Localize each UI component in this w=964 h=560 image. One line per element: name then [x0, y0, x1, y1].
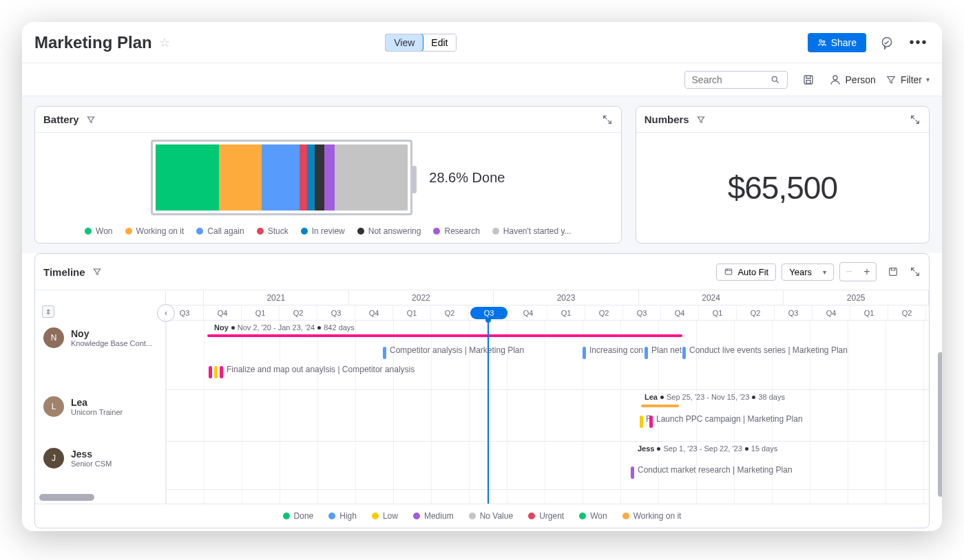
- zoom-in-button[interactable]: +: [858, 263, 876, 281]
- swatch-icon: [528, 513, 535, 519]
- timeline-tick[interactable]: [631, 466, 634, 479]
- battery-segment: [315, 144, 325, 211]
- legend-label: High: [339, 511, 357, 521]
- filter-icon[interactable]: [92, 267, 102, 277]
- timeline-left: ⇕ ‹ NNoyKnowledge Base Cont...LLeaUnicor…: [35, 290, 166, 504]
- legend-item: Haven't started y...: [492, 226, 572, 236]
- quarter-label: Q3: [775, 305, 813, 320]
- quarter-label: Q1: [393, 305, 431, 320]
- timeline-bar[interactable]: [641, 405, 679, 407]
- swatch-icon: [433, 228, 440, 235]
- bar-summary-label: JessSep 1, '23 - Sep 22, '2315 days: [638, 444, 777, 453]
- legend-item: Not answering: [357, 226, 421, 236]
- today-line: [488, 321, 489, 504]
- share-button[interactable]: Share: [808, 33, 866, 52]
- legend-label: In review: [312, 226, 345, 236]
- star-icon[interactable]: ☆: [159, 35, 170, 50]
- legend-label: Low: [383, 511, 398, 521]
- legend-item: Won: [85, 226, 112, 236]
- timeline-bar[interactable]: [207, 334, 682, 337]
- timeline-tick[interactable]: [220, 366, 223, 378]
- numbers-widget: Numbers $65,500: [636, 106, 930, 244]
- expand-icon[interactable]: [910, 114, 921, 125]
- person-filter[interactable]: Person: [829, 74, 876, 86]
- timeline-tick[interactable]: [640, 416, 643, 428]
- expand-icon[interactable]: [910, 266, 921, 277]
- quarter-label: Q1: [242, 305, 280, 320]
- task-label[interactable]: Conduct live events series | Marketing P…: [689, 345, 848, 355]
- timeline-tick[interactable]: [209, 366, 212, 378]
- legend-item: No Value: [469, 511, 513, 521]
- timeline-tick[interactable]: [214, 366, 218, 378]
- filter-icon[interactable]: [86, 115, 96, 125]
- swatch-icon: [413, 513, 420, 519]
- quarter-label: Q4: [510, 305, 547, 320]
- search-input[interactable]: [684, 71, 788, 89]
- quarter-label: Q4: [661, 305, 699, 320]
- battery-segment: [219, 144, 262, 211]
- person-info[interactable]: JJessSenior CSM: [35, 441, 166, 475]
- task-label[interactable]: Launch PPC campaign | Marketing Plan: [656, 414, 803, 424]
- expand-icon[interactable]: [602, 114, 613, 125]
- edit-toggle[interactable]: Edit: [423, 34, 456, 51]
- zoom-out-button[interactable]: −: [840, 263, 858, 281]
- year-label: 2024: [639, 290, 784, 305]
- timeline-tick[interactable]: [383, 347, 386, 359]
- legend-label: Won: [590, 511, 607, 521]
- task-label[interactable]: Competitor analysis | Marketing Plan: [390, 345, 524, 355]
- swatch-icon: [357, 228, 364, 235]
- battery-segment: [307, 144, 315, 211]
- svg-point-1: [823, 41, 825, 43]
- battery-legend: WonWorking on itCall againStuckIn review…: [85, 226, 572, 236]
- person-name: Noy: [71, 328, 152, 339]
- legend-label: Won: [96, 226, 112, 236]
- autofit-button[interactable]: Auto Fit: [716, 263, 776, 281]
- legend-item: Won: [579, 511, 607, 521]
- filter-icon[interactable]: [696, 115, 706, 125]
- save-icon[interactable]: [797, 69, 819, 91]
- battery-chart: [151, 140, 412, 215]
- search-icon: [771, 75, 780, 85]
- toolbar: Person Filter ▾: [22, 63, 942, 96]
- scroll-left-button[interactable]: ‹: [157, 304, 175, 322]
- timeline-tick[interactable]: [583, 347, 586, 359]
- filter-label: Filter: [901, 74, 922, 85]
- task-label[interactable]: Conduct market research | Marketing Plan: [638, 465, 793, 475]
- vertical-scrollbar[interactable]: [938, 352, 942, 497]
- battery-done-text: 28.6% Done: [429, 170, 505, 186]
- svg-rect-8: [890, 268, 897, 276]
- quarter-label: Q4: [204, 305, 242, 320]
- timeline-tick[interactable]: [682, 347, 686, 359]
- timeline-title: Timeline: [43, 266, 85, 278]
- person-info[interactable]: NNoyKnowledge Base Cont...: [35, 321, 166, 355]
- person-info[interactable]: LLeaUnicorn Trainer: [35, 389, 166, 424]
- task-label[interactable]: Increasing con: [589, 345, 643, 355]
- collapse-icon[interactable]: ⇕: [42, 305, 54, 318]
- battery-segment: [300, 144, 307, 211]
- legend-label: No Value: [480, 511, 513, 521]
- granularity-select[interactable]: Years ▾: [782, 263, 834, 281]
- quarter-label: Q2: [585, 305, 623, 320]
- save-icon[interactable]: [882, 261, 904, 283]
- legend-label: Urgent: [539, 511, 564, 521]
- swatch-icon: [125, 228, 132, 235]
- person-role: Knowledge Base Cont...: [71, 339, 152, 347]
- person-label: Person: [846, 74, 876, 85]
- view-toggle[interactable]: View: [385, 34, 423, 52]
- legend-label: Medium: [424, 511, 454, 521]
- timeline-tick[interactable]: [645, 347, 648, 359]
- task-label[interactable]: Finalize and map out anaylsis | Competit…: [227, 365, 415, 374]
- filter-button[interactable]: Filter ▾: [886, 74, 930, 85]
- legend-item: Call again: [196, 226, 244, 236]
- quarter-label: Q2: [737, 305, 775, 320]
- legend-item: Working on it: [622, 511, 682, 521]
- timeline-right[interactable]: 20212022202320242025 Q3Q4Q1Q2Q3Q4Q1Q2Q3Q…: [166, 290, 929, 504]
- horizontal-scrollbar[interactable]: [39, 494, 94, 501]
- legend-label: Done: [294, 511, 314, 521]
- chat-icon[interactable]: [876, 32, 898, 54]
- svg-point-3: [772, 76, 777, 81]
- more-icon[interactable]: •••: [908, 32, 930, 54]
- timeline-tick[interactable]: [649, 416, 653, 428]
- task-label[interactable]: Plan net: [651, 345, 682, 355]
- search-field[interactable]: [692, 74, 761, 85]
